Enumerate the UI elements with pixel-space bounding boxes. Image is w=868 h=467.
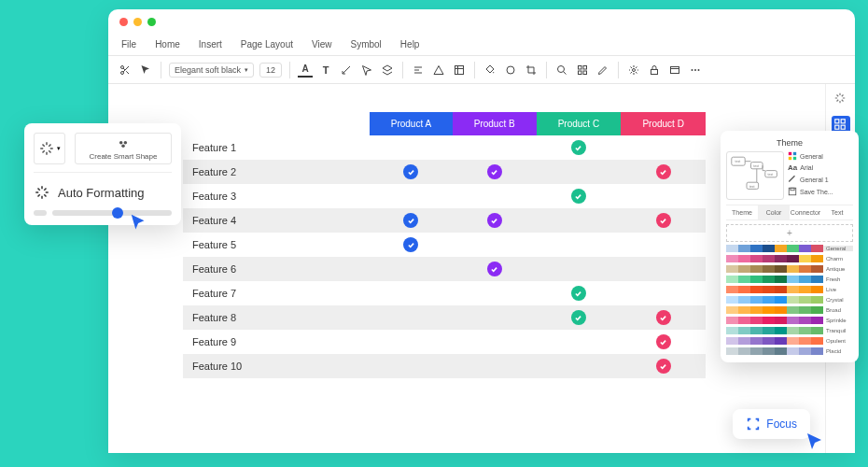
cut-icon[interactable] xyxy=(118,63,133,78)
settings-icon[interactable] xyxy=(626,63,641,78)
cell xyxy=(621,354,706,378)
cell xyxy=(370,184,453,208)
svg-rect-36 xyxy=(789,157,791,160)
swatch-row[interactable]: General xyxy=(726,245,853,252)
svg-rect-8 xyxy=(583,71,587,75)
check-icon xyxy=(656,310,671,325)
feature-label: Feature 7 xyxy=(183,281,370,305)
cell xyxy=(621,281,706,305)
swatch-row[interactable]: Live xyxy=(726,286,853,293)
svg-point-14 xyxy=(698,69,700,71)
pen-icon[interactable] xyxy=(595,63,610,78)
svg-rect-11 xyxy=(671,66,679,73)
cell xyxy=(453,330,537,354)
close-icon[interactable] xyxy=(119,18,128,26)
svg-point-23 xyxy=(119,141,123,145)
menubar: File Home Insert Page Layout View Symbol… xyxy=(108,34,855,56)
svg-text:text: text xyxy=(753,164,759,168)
cell xyxy=(370,208,453,233)
feature-label: Feature 8 xyxy=(183,305,370,330)
font-select[interactable]: Elegant soft black▾ xyxy=(169,63,254,78)
cell xyxy=(537,354,622,378)
color-a-icon[interactable]: A xyxy=(298,63,313,78)
cell xyxy=(537,330,622,354)
cell xyxy=(453,305,537,330)
layers-icon[interactable] xyxy=(380,63,395,78)
cell xyxy=(537,135,622,160)
rail-sparkle-icon[interactable] xyxy=(833,92,848,106)
cell xyxy=(453,281,537,305)
align-icon[interactable] xyxy=(411,63,426,78)
feature-label: Feature 2 xyxy=(183,160,370,184)
lock-icon[interactable] xyxy=(647,63,662,78)
shape-icon[interactable] xyxy=(503,63,518,78)
swatch-row[interactable]: Broad xyxy=(726,306,853,314)
menu-help[interactable]: Help xyxy=(400,39,420,50)
theme-tab-color[interactable]: Color xyxy=(758,205,790,219)
swatch-row[interactable]: Antique xyxy=(726,265,853,273)
text-icon[interactable]: T xyxy=(318,63,333,78)
feature-label: Feature 9 xyxy=(183,330,370,354)
swatch-row[interactable]: Fresh xyxy=(726,276,853,283)
table-row: Feature 10 xyxy=(183,354,706,378)
grid-icon[interactable] xyxy=(575,63,590,78)
focus-button[interactable]: Focus xyxy=(733,409,810,439)
theme-attr[interactable]: Aa Arial xyxy=(788,163,853,172)
svg-point-12 xyxy=(692,69,693,71)
swatch-row[interactable]: Charm xyxy=(726,255,853,262)
crop-icon[interactable] xyxy=(524,63,539,78)
svg-point-13 xyxy=(694,69,696,71)
svg-rect-2 xyxy=(455,65,464,74)
check-icon xyxy=(656,359,671,374)
window-icon[interactable] xyxy=(667,63,682,78)
theme-attr[interactable]: General xyxy=(788,151,853,161)
menu-view[interactable]: View xyxy=(312,39,332,50)
cell xyxy=(453,135,537,160)
swatch-row[interactable]: Sprinkle xyxy=(726,317,853,324)
cell xyxy=(537,184,622,208)
cell xyxy=(453,257,537,281)
check-icon xyxy=(403,164,418,179)
svg-rect-16 xyxy=(841,120,845,123)
table-icon[interactable] xyxy=(452,63,467,78)
swatch-row[interactable]: Opulent xyxy=(726,337,853,345)
maximize-icon[interactable] xyxy=(147,18,156,26)
check-icon xyxy=(403,237,418,252)
more-icon[interactable] xyxy=(688,63,703,78)
add-theme-button[interactable]: + xyxy=(726,224,853,242)
swatch-row[interactable]: Crystal xyxy=(726,296,853,304)
sparkle-button[interactable]: ▾ xyxy=(34,133,65,164)
theme-tab-connector[interactable]: Connector xyxy=(790,205,821,219)
connector-icon[interactable] xyxy=(339,63,354,78)
cell xyxy=(621,184,706,208)
create-smart-shape-button[interactable]: Create Smart Shape xyxy=(75,133,172,164)
menu-symbol[interactable]: Symbol xyxy=(351,39,382,50)
pointer-icon[interactable] xyxy=(359,63,374,78)
theme-attr[interactable]: Save The... xyxy=(788,187,853,196)
minimize-icon[interactable] xyxy=(133,18,142,26)
menu-pagelayout[interactable]: Page Layout xyxy=(241,39,293,50)
svg-rect-7 xyxy=(579,71,582,75)
theme-tab-theme[interactable]: Theme xyxy=(726,205,758,219)
menu-home[interactable]: Home xyxy=(155,39,180,50)
auto-formatting-button[interactable]: Auto Formatting xyxy=(34,173,172,206)
svg-rect-17 xyxy=(834,125,838,129)
menu-file[interactable]: File xyxy=(121,39,136,50)
swatch-row[interactable]: Tranquil xyxy=(726,327,853,334)
fill-icon[interactable] xyxy=(483,63,497,78)
zoom-icon[interactable] xyxy=(554,63,569,78)
format-slider[interactable] xyxy=(34,206,172,216)
svg-point-24 xyxy=(124,141,128,145)
svg-text:text: text xyxy=(768,173,774,177)
warn-icon[interactable] xyxy=(431,63,446,78)
check-icon xyxy=(656,213,671,228)
menu-insert[interactable]: Insert xyxy=(199,39,222,50)
theme-tab-text[interactable]: Text xyxy=(821,205,853,219)
swatch-row[interactable]: Placid xyxy=(726,347,853,355)
cursor-icon[interactable] xyxy=(138,63,153,78)
theme-attr[interactable]: General 1 xyxy=(788,175,853,184)
cell xyxy=(370,330,453,354)
check-icon xyxy=(487,164,502,179)
cell xyxy=(537,233,622,257)
font-size[interactable]: 12 xyxy=(259,63,282,78)
